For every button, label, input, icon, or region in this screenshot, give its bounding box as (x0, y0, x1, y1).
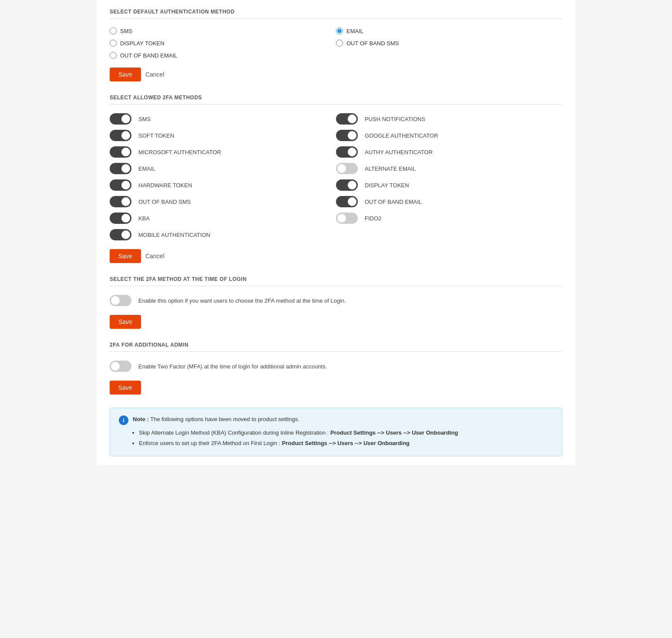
toggle-microsoft-auth: MICROSOFT AUTHENTICATOR (110, 146, 336, 158)
radio-out-of-band-email-label: OUT OF BAND EMAIL (120, 52, 177, 59)
select-2fa-login-toggle-row: Enable this option if you want users to … (110, 295, 562, 306)
select-2fa-login-section: SELECT THE 2FA METHOD AT THE TIME OF LOG… (110, 276, 562, 329)
note-item-2-link: Product Settings --> Users --> User Onbo… (282, 440, 410, 446)
select-2fa-login-save-button[interactable]: Save (110, 315, 141, 329)
toggle-authy-auth-switch[interactable] (336, 146, 358, 158)
toggle-fido2-switch[interactable] (336, 213, 358, 224)
toggle-sms-label: SMS (138, 116, 151, 122)
toggle-google-auth-label: GOOGLE AUTHENTICATOR (365, 132, 438, 139)
toggle-soft-token-switch[interactable] (110, 130, 131, 141)
radio-out-of-band-sms[interactable]: OUT OF BAND SMS (336, 40, 562, 47)
radio-out-of-band-sms-label: OUT OF BAND SMS (346, 40, 399, 47)
toggle-alt-email: ALTERNATE EMAIL (336, 163, 562, 174)
toggle-col-left: SMS SOFT TOKEN MICROSOFT AUTHENTICATOR (110, 113, 336, 240)
radio-col-right: EMAIL OUT OF BAND SMS (336, 27, 562, 59)
radio-out-of-band-email[interactable]: OUT OF BAND EMAIL (110, 52, 336, 59)
note-text: Note : The following options have been m… (133, 415, 299, 424)
toggle-email: EMAIL (110, 163, 336, 174)
radio-sms-label: SMS (120, 28, 132, 34)
additional-admin-section: 2FA FOR ADDITIONAL ADMIN Enable Two Fact… (110, 342, 562, 395)
page-container: SELECT DEFAULT AUTHENTICATION METHOD SMS… (97, 0, 575, 465)
additional-admin-description: Enable Two Factor (MFA) at the time of l… (138, 363, 327, 370)
note-list: Skip Alternate Login Method (KBA) Config… (119, 429, 553, 447)
toggle-alt-email-switch[interactable] (336, 163, 358, 174)
note-list-item-2: Enforce users to set up their 2FA Method… (139, 439, 553, 448)
toggle-sms: SMS (110, 113, 336, 125)
allowed-2fa-save-button[interactable]: Save (110, 249, 141, 263)
additional-admin-title: 2FA FOR ADDITIONAL ADMIN (110, 342, 562, 352)
note-body-text: The following options have been moved to… (150, 416, 299, 422)
note-list-item-1: Skip Alternate Login Method (KBA) Config… (139, 429, 553, 437)
select-2fa-login-description: Enable this option if you want users to … (138, 297, 346, 304)
additional-admin-btn-row: Save (110, 381, 562, 395)
radio-email[interactable]: EMAIL (336, 27, 562, 34)
toggle-fido2-label: FIDO2 (365, 215, 381, 222)
auth-method-cancel-button[interactable]: Cancel (145, 71, 165, 78)
allowed-2fa-btn-row: Save Cancel (110, 249, 562, 263)
additional-admin-save-button[interactable]: Save (110, 381, 141, 395)
toggle-display-token-switch[interactable] (336, 179, 358, 191)
toggle-authy-auth: AUTHY AUTHENTICATOR (336, 146, 562, 158)
additional-admin-toggle-row: Enable Two Factor (MFA) at the time of l… (110, 361, 562, 372)
toggle-display-token: DISPLAY TOKEN (336, 179, 562, 191)
allowed-2fa-toggle-grid: SMS SOFT TOKEN MICROSOFT AUTHENTICATOR (110, 113, 562, 240)
select-2fa-login-toggle[interactable] (110, 295, 131, 306)
toggle-kba-label: KBA (138, 215, 150, 222)
info-icon: i (119, 415, 128, 425)
radio-display-token[interactable]: DISPLAY TOKEN (110, 40, 336, 47)
toggle-microsoft-auth-label: MICROSOFT AUTHENTICATOR (138, 149, 221, 155)
note-item-2-before: Enforce users to set up their 2FA Method… (139, 440, 282, 446)
note-item-1-link: Product Settings --> Users --> User Onbo… (330, 429, 458, 436)
toggle-email-label: EMAIL (138, 165, 155, 172)
radio-email-label: EMAIL (346, 28, 363, 34)
toggle-kba: KBA (110, 213, 336, 224)
toggle-alt-email-label: ALTERNATE EMAIL (365, 165, 416, 172)
toggle-out-of-band-sms: OUT OF BAND SMS (110, 196, 336, 207)
toggle-microsoft-auth-switch[interactable] (110, 146, 131, 158)
auth-method-section: SELECT DEFAULT AUTHENTICATION METHOD SMS… (110, 9, 562, 81)
toggle-out-of-band-email: OUT OF BAND EMAIL (336, 196, 562, 207)
toggle-soft-token: SOFT TOKEN (110, 130, 336, 141)
toggle-col-right: PUSH NOTIFICATIONS GOOGLE AUTHENTICATOR … (336, 113, 562, 240)
note-item-1-before: Skip Alternate Login Method (KBA) Config… (139, 429, 330, 436)
toggle-mobile-auth-label: MOBILE AUTHENTICATION (138, 232, 210, 238)
select-2fa-login-title: SELECT THE 2FA METHOD AT THE TIME OF LOG… (110, 276, 562, 286)
toggle-mobile-auth: MOBILE AUTHENTICATION (110, 229, 336, 240)
note-box: i Note : The following options have been… (110, 408, 562, 456)
note-label: Note : (133, 416, 149, 422)
allowed-2fa-title: SELECT ALLOWED 2FA METHODS (110, 95, 562, 105)
radio-sms[interactable]: SMS (110, 27, 336, 34)
radio-display-token-label: DISPLAY TOKEN (120, 40, 165, 47)
select-2fa-login-btn-row: Save (110, 315, 562, 329)
note-header: i Note : The following options have been… (119, 415, 553, 425)
toggle-hardware-token-label: HARDWARE TOKEN (138, 182, 192, 189)
toggle-push-notif: PUSH NOTIFICATIONS (336, 113, 562, 125)
toggle-soft-token-label: SOFT TOKEN (138, 132, 174, 139)
toggle-kba-switch[interactable] (110, 213, 131, 224)
auth-method-save-button[interactable]: Save (110, 68, 141, 81)
toggle-email-switch[interactable] (110, 163, 131, 174)
toggle-out-of-band-email-label: OUT OF BAND EMAIL (365, 199, 422, 205)
radio-col-left: SMS DISPLAY TOKEN OUT OF BAND EMAIL (110, 27, 336, 59)
toggle-google-auth: GOOGLE AUTHENTICATOR (336, 130, 562, 141)
toggle-google-auth-switch[interactable] (336, 130, 358, 141)
toggle-push-notif-label: PUSH NOTIFICATIONS (365, 116, 425, 122)
auth-method-radio-group: SMS DISPLAY TOKEN OUT OF BAND EMAIL EMAI… (110, 27, 562, 59)
toggle-sms-switch[interactable] (110, 113, 131, 125)
toggle-hardware-token: HARDWARE TOKEN (110, 179, 336, 191)
toggle-hardware-token-switch[interactable] (110, 179, 131, 191)
allowed-2fa-cancel-button[interactable]: Cancel (145, 253, 165, 260)
toggle-fido2: FIDO2 (336, 213, 562, 224)
toggle-push-notif-switch[interactable] (336, 113, 358, 125)
toggle-display-token-label: DISPLAY TOKEN (365, 182, 409, 189)
additional-admin-toggle[interactable] (110, 361, 131, 372)
auth-method-title: SELECT DEFAULT AUTHENTICATION METHOD (110, 9, 562, 19)
toggle-out-of-band-email-switch[interactable] (336, 196, 358, 207)
allowed-2fa-section: SELECT ALLOWED 2FA METHODS SMS SOFT TOKE… (110, 95, 562, 263)
toggle-out-of-band-sms-switch[interactable] (110, 196, 131, 207)
auth-method-btn-row: Save Cancel (110, 68, 562, 81)
toggle-out-of-band-sms-label: OUT OF BAND SMS (138, 199, 191, 205)
toggle-mobile-auth-switch[interactable] (110, 229, 131, 240)
toggle-authy-auth-label: AUTHY AUTHENTICATOR (365, 149, 433, 155)
